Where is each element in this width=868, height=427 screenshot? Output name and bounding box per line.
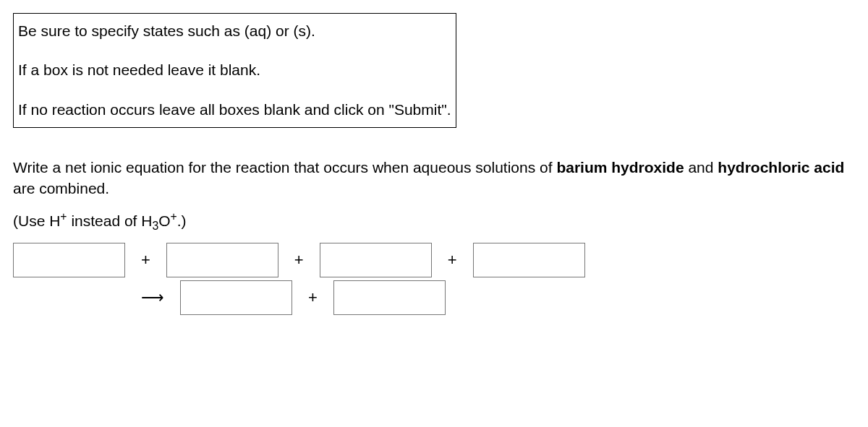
instruction-line-2: If a box is not needed leave it blank. [18, 60, 451, 80]
question-text: Write a net ionic equation for the react… [13, 157, 855, 199]
hint-sub1: 3 [152, 220, 158, 232]
equation-area: + + + ⟶ + [13, 243, 621, 318]
reactant-input-1[interactable] [13, 243, 125, 277]
products-row: ⟶ + [13, 280, 446, 315]
reactant-input-4[interactable] [473, 243, 585, 277]
hint-sup2: + [171, 210, 177, 223]
chemical-2: hydrochloric acid [718, 159, 844, 176]
hint-mid: instead of H [67, 212, 153, 229]
product-input-1[interactable] [180, 280, 292, 315]
hint-suffix: .) [177, 212, 187, 229]
reactant-input-2[interactable] [166, 243, 278, 277]
reactant-input-3[interactable] [320, 243, 432, 277]
reactants-row: + + + [13, 243, 585, 277]
question-prefix: Write a net ionic equation for the react… [13, 159, 556, 176]
page-container: Be sure to specify states such as (aq) o… [0, 0, 868, 331]
hint-text: (Use H+ instead of H3O+.) [13, 212, 855, 230]
product-input-2[interactable] [333, 280, 446, 315]
chemical-1: barium hydroxide [556, 159, 684, 176]
hint-mid2: O [158, 212, 170, 229]
question-mid: and [684, 159, 718, 176]
plus-operator-1: + [125, 251, 166, 269]
instruction-box: Be sure to specify states such as (aq) o… [13, 13, 456, 128]
instruction-line-3: If no reaction occurs leave all boxes bl… [18, 100, 451, 120]
question-suffix: are combined. [13, 180, 109, 197]
instruction-line-1: Be sure to specify states such as (aq) o… [18, 21, 451, 41]
plus-operator-4: + [292, 288, 333, 307]
plus-operator-2: + [278, 251, 320, 269]
plus-operator-3: + [432, 251, 473, 269]
hint-sup1: + [60, 210, 67, 223]
arrow-operator: ⟶ [125, 288, 180, 307]
hint-prefix: (Use H [13, 212, 60, 229]
